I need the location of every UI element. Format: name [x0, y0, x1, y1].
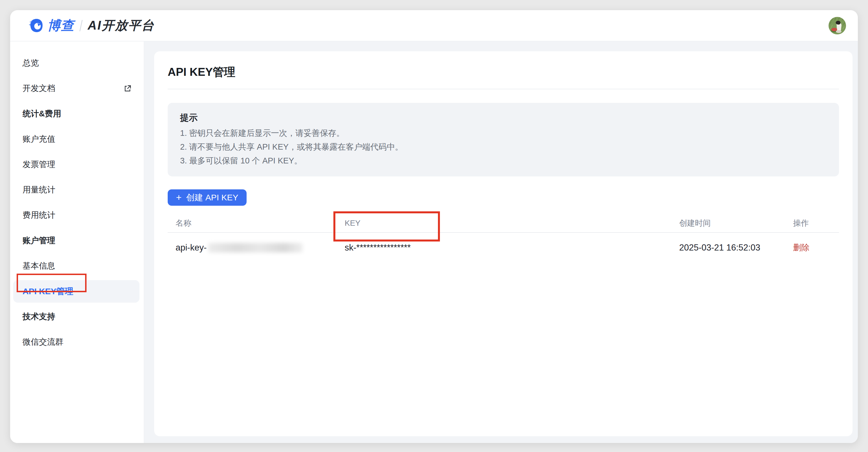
bocha-logo-icon	[28, 18, 44, 34]
tips-line-1: 1. 密钥只会在新建后显示一次，请妥善保存。	[180, 129, 827, 137]
external-link-icon	[124, 85, 131, 92]
tips-box: 提示 1. 密钥只会在新建后显示一次，请妥善保存。 2. 请不要与他人共享 AP…	[168, 103, 839, 176]
col-header-action: 操作	[793, 218, 839, 229]
col-header-key: KEY	[345, 219, 679, 228]
created-time-cell: 2025-03-21 16:52:03	[679, 243, 793, 253]
api-key-table: 名称 KEY 创建时间 操作 api-key- sk-*************…	[168, 214, 839, 263]
platform-title: AI开放平台	[88, 17, 155, 34]
create-api-key-label: 创建 API KEY	[186, 192, 238, 203]
sidebar-section-account: 账户管理	[10, 228, 144, 253]
table-header-row: 名称 KEY 创建时间 操作	[168, 214, 839, 233]
delete-link[interactable]: 删除	[793, 243, 809, 252]
tips-line-2: 2. 请不要与他人共享 API KEY，或将其暴露在客户端代码中。	[180, 142, 827, 151]
sidebar-item-api-key-active[interactable]: API KEY管理	[13, 280, 140, 303]
sidebar-item-invoices[interactable]: 发票管理	[10, 152, 144, 177]
sidebar-item-wechat-group[interactable]: 微信交流群	[10, 329, 144, 355]
api-key-masked-cell: sk-****************	[345, 243, 679, 253]
sidebar-section-stats-fees: 统计&费用	[10, 101, 144, 127]
api-key-name-cell: api-key-	[168, 243, 345, 253]
user-avatar[interactable]	[829, 17, 846, 34]
sidebar: 总览 开发文档 统计&费用 账户充值 发票管理 用量统计 费用统计	[10, 41, 144, 443]
redacted-name-blur	[208, 243, 303, 253]
sidebar-item-overview[interactable]: 总览	[10, 51, 144, 76]
page-title: API KEY管理	[168, 61, 839, 80]
title-divider	[168, 89, 839, 89]
sidebar-item-label: 开发文档	[23, 83, 55, 94]
avatar-image	[829, 17, 846, 34]
plus-icon: +	[176, 192, 182, 202]
col-header-created: 创建时间	[679, 218, 793, 229]
content-panel: API KEY管理 提示 1. 密钥只会在新建后显示一次，请妥善保存。 2. 请…	[154, 51, 852, 436]
sidebar-item-recharge[interactable]: 账户充值	[10, 127, 144, 152]
app-window: 博查 AI开放平台 总览	[10, 10, 858, 443]
sidebar-item-usage-stats[interactable]: 用量统计	[10, 177, 144, 203]
col-header-name: 名称	[168, 218, 345, 229]
brand-name: 博查	[48, 17, 74, 34]
main-area: API KEY管理 提示 1. 密钥只会在新建后显示一次，请妥善保存。 2. 请…	[144, 41, 858, 443]
sidebar-item-dev-docs[interactable]: 开发文档	[10, 76, 144, 101]
sidebar-section-support: 技术支持	[10, 304, 144, 329]
top-bar: 博查 AI开放平台	[10, 10, 858, 41]
brand-divider	[80, 20, 83, 31]
sidebar-item-basic-info[interactable]: 基本信息	[10, 253, 144, 279]
app-root: 博查 AI开放平台 总览	[0, 0, 868, 452]
api-key-name-prefix: api-key-	[176, 243, 207, 253]
tips-line-3: 3. 最多可以保留 10 个 API KEY。	[180, 156, 827, 165]
sidebar-item-cost-stats[interactable]: 费用统计	[10, 203, 144, 228]
table-row: api-key- sk-**************** 2025-03-21 …	[168, 233, 839, 263]
body-row: 总览 开发文档 统计&费用 账户充值 发票管理 用量统计 费用统计	[10, 41, 858, 443]
tips-title: 提示	[180, 112, 827, 124]
brand-logo: 博查 AI开放平台	[28, 17, 155, 34]
action-cell: 删除	[793, 242, 839, 253]
create-api-key-button[interactable]: + 创建 API KEY	[168, 189, 247, 206]
